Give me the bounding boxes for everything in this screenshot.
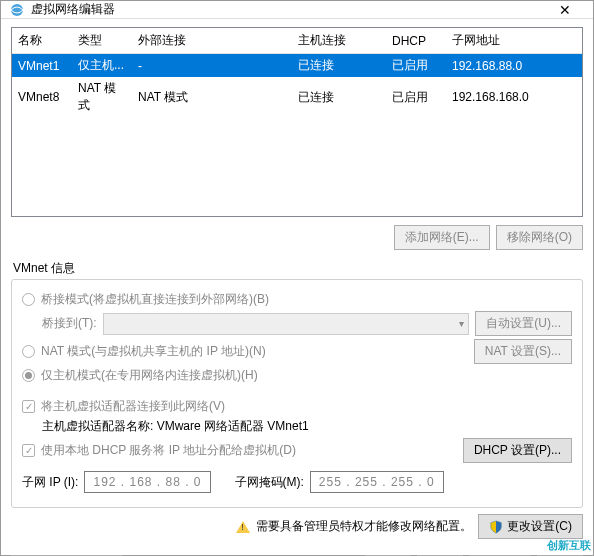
nat-settings-button: NAT 设置(S)... xyxy=(474,339,572,364)
connect-host-label: 将主机虚拟适配器连接到此网络(V) xyxy=(41,398,225,415)
titlebar: 虚拟网络编辑器 ✕ xyxy=(1,1,593,19)
col-subnet[interactable]: 子网地址 xyxy=(446,28,582,54)
bridged-radio-row: 桥接模式(将虚拟机直接连接到外部网络)(B) xyxy=(22,291,572,308)
admin-notice-row: 需要具备管理员特权才能修改网络配置。 更改设置(C) xyxy=(11,514,583,539)
chevron-down-icon: ▾ xyxy=(459,318,464,329)
dhcp-settings-button[interactable]: DHCP 设置(P)... xyxy=(463,438,572,463)
add-network-button: 添加网络(E)... xyxy=(394,225,490,250)
hostonly-label: 仅主机模式(在专用网络内连接虚拟机)(H) xyxy=(41,367,258,384)
footer: 还原默认设置(R) 确定 取消 应用(A) 帮助 xyxy=(1,549,593,556)
network-table: 名称 类型 外部连接 主机连接 DHCP 子网地址 VMnet1 仅主机... … xyxy=(11,27,583,217)
hostonly-radio xyxy=(22,369,35,382)
subnet-ip-label: 子网 IP (I): xyxy=(22,474,78,491)
change-settings-button[interactable]: 更改设置(C) xyxy=(478,514,583,539)
col-host[interactable]: 主机连接 xyxy=(292,28,386,54)
vmnet-info-group: 桥接模式(将虚拟机直接连接到外部网络)(B) 桥接到(T): ▾ 自动设置(U)… xyxy=(11,279,583,508)
hostonly-radio-row: 仅主机模式(在专用网络内连接虚拟机)(H) xyxy=(22,367,572,384)
nat-label: NAT 模式(与虚拟机共享主机的 IP 地址)(N) xyxy=(41,343,266,360)
col-dhcp[interactable]: DHCP xyxy=(386,28,446,54)
connect-host-row: 将主机虚拟适配器连接到此网络(V) xyxy=(22,398,572,415)
admin-notice-text: 需要具备管理员特权才能修改网络配置。 xyxy=(256,518,472,535)
remove-network-button: 移除网络(O) xyxy=(496,225,583,250)
use-dhcp-label: 使用本地 DHCP 服务将 IP 地址分配给虚拟机(D) xyxy=(41,442,296,459)
virtual-network-editor-window: 虚拟网络编辑器 ✕ 名称 类型 外部连接 主机连接 DHCP 子网地址 xyxy=(0,0,594,556)
adapter-name-row: 主机虚拟适配器名称: VMware 网络适配器 VMnet1 xyxy=(42,418,572,435)
network-buttons-row: 添加网络(E)... 移除网络(O) xyxy=(11,225,583,250)
subnet-row: 子网 IP (I): 192 . 168 . 88 . 0 子网掩码(M): 2… xyxy=(22,471,572,493)
col-name[interactable]: 名称 xyxy=(12,28,72,54)
bridged-to-select: ▾ xyxy=(103,313,470,335)
app-icon xyxy=(9,2,25,18)
use-dhcp-checkbox xyxy=(22,444,35,457)
col-type[interactable]: 类型 xyxy=(72,28,132,54)
col-ext[interactable]: 外部连接 xyxy=(132,28,292,54)
nat-radio xyxy=(22,345,35,358)
shield-icon xyxy=(489,520,503,534)
table-row[interactable]: VMnet1 仅主机... - 已连接 已启用 192.168.88.0 xyxy=(12,54,582,78)
vmnet-info-title: VMnet 信息 xyxy=(13,260,583,277)
nat-radio-row: NAT 模式(与虚拟机共享主机的 IP 地址)(N) NAT 设置(S)... xyxy=(22,339,572,364)
adapter-name-label: 主机虚拟适配器名称: VMware 网络适配器 VMnet1 xyxy=(42,418,309,435)
subnet-mask-field: 255 . 255 . 255 . 0 xyxy=(310,471,444,493)
content-area: 名称 类型 外部连接 主机连接 DHCP 子网地址 VMnet1 仅主机... … xyxy=(1,19,593,549)
use-dhcp-row: 使用本地 DHCP 服务将 IP 地址分配给虚拟机(D) DHCP 设置(P).… xyxy=(22,438,572,463)
subnet-ip-field: 192 . 168 . 88 . 0 xyxy=(84,471,210,493)
table-header-row: 名称 类型 外部连接 主机连接 DHCP 子网地址 xyxy=(12,28,582,54)
table-row[interactable]: VMnet8 NAT 模式 NAT 模式 已连接 已启用 192.168.168… xyxy=(12,77,582,117)
bridged-radio xyxy=(22,293,35,306)
auto-settings-button: 自动设置(U)... xyxy=(475,311,572,336)
connect-host-checkbox xyxy=(22,400,35,413)
bridged-to-row: 桥接到(T): ▾ 自动设置(U)... xyxy=(42,311,572,336)
close-icon[interactable]: ✕ xyxy=(545,2,585,18)
bridged-to-label: 桥接到(T): xyxy=(42,315,97,332)
bridged-label: 桥接模式(将虚拟机直接连接到外部网络)(B) xyxy=(41,291,269,308)
warning-icon xyxy=(236,521,250,533)
subnet-mask-label: 子网掩码(M): xyxy=(235,474,304,491)
window-title: 虚拟网络编辑器 xyxy=(31,1,545,18)
svg-point-0 xyxy=(11,4,23,16)
